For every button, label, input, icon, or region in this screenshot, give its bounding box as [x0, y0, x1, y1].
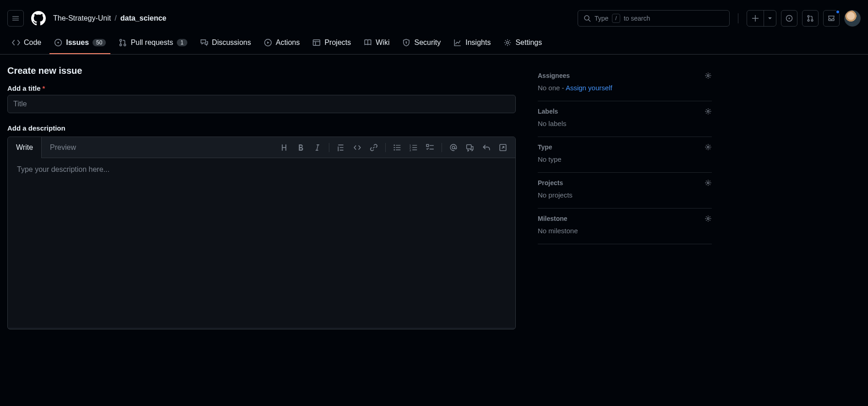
tab-projects[interactable]: Projects [308, 32, 355, 54]
repo-nav: Code Issues 50 Pull requests 1 Discussio… [0, 29, 868, 55]
tab-discussions-label: Discussions [212, 38, 251, 47]
fullscreen-icon [499, 143, 507, 152]
comment-discussion-icon [200, 38, 208, 47]
list-unordered-icon [393, 143, 401, 152]
breadcrumb: The-Strategy-Unit / data_science [53, 14, 166, 22]
write-tab[interactable]: Write [8, 137, 42, 158]
tab-insights[interactable]: Insights [449, 32, 495, 54]
issue-description-textarea[interactable] [8, 158, 515, 328]
notifications-button[interactable] [823, 10, 840, 27]
tab-actions[interactable]: Actions [259, 32, 304, 54]
gear-icon [704, 179, 712, 187]
reply-button[interactable] [479, 140, 494, 155]
type-label: Type [538, 143, 552, 151]
chevron-down-icon [768, 16, 772, 21]
sidebar-type: Type No type [538, 137, 712, 173]
pull-requests-header-button[interactable] [802, 10, 819, 27]
issue-title-input[interactable] [7, 95, 516, 113]
svg-point-5 [811, 20, 813, 22]
git-pull-request-icon [119, 38, 127, 47]
link-button[interactable] [366, 140, 382, 155]
required-asterisk: * [43, 84, 45, 92]
tab-issues-label: Issues [66, 38, 89, 47]
tab-projects-label: Projects [324, 38, 351, 47]
markdown-editor: Write Preview 123 [7, 137, 516, 329]
notification-indicator [835, 10, 840, 14]
svg-point-22 [452, 146, 455, 149]
reply-icon [482, 143, 491, 152]
git-pull-request-icon [807, 15, 814, 22]
gear-icon [503, 38, 512, 47]
labels-value: No labels [538, 120, 712, 127]
ordered-list-button[interactable]: 123 [406, 140, 421, 155]
tab-pulls-label: Pull requests [131, 38, 173, 47]
tab-actions-label: Actions [276, 38, 300, 47]
svg-point-17 [393, 149, 395, 150]
tab-settings[interactable]: Settings [499, 32, 546, 54]
tab-wiki[interactable]: Wiki [359, 32, 394, 54]
svg-point-27 [707, 146, 709, 148]
quote-button[interactable] [333, 140, 349, 155]
github-logo[interactable] [31, 11, 46, 26]
assignees-value: No one - Assign yourself [538, 84, 712, 92]
sidebar-projects: Projects No projects [538, 173, 712, 208]
gear-icon [704, 143, 712, 151]
tab-issues[interactable]: Issues 50 [49, 32, 110, 54]
heading-button[interactable] [277, 140, 292, 155]
tab-insights-label: Insights [465, 38, 491, 47]
tab-security-label: Security [414, 38, 441, 47]
breadcrumb-org[interactable]: The-Strategy-Unit [53, 14, 111, 22]
labels-gear-button[interactable] [704, 108, 712, 115]
cross-reference-button[interactable] [462, 140, 478, 155]
pulls-count-badge: 1 [177, 39, 187, 46]
svg-point-2 [789, 18, 790, 19]
search-input[interactable]: Type / to search [578, 10, 730, 27]
preview-tab[interactable]: Preview [42, 137, 85, 158]
tab-security[interactable]: Security [398, 32, 445, 54]
svg-point-3 [808, 16, 809, 17]
search-prefix: Type [595, 15, 608, 22]
milestone-value: No milestone [538, 227, 712, 235]
svg-point-13 [406, 42, 407, 43]
tab-discussions[interactable]: Discussions [196, 32, 256, 54]
hamburger-menu-button[interactable] [7, 10, 24, 27]
markdown-toolbar: 123 [277, 140, 515, 155]
tab-wiki-label: Wiki [376, 38, 389, 47]
create-new-dropdown[interactable] [747, 10, 776, 27]
issues-header-button[interactable] [781, 10, 797, 27]
projects-gear-button[interactable] [704, 179, 712, 187]
milestone-gear-button[interactable] [704, 215, 712, 222]
type-gear-button[interactable] [704, 143, 712, 151]
svg-point-8 [120, 39, 122, 41]
assignees-gear-button[interactable] [704, 72, 712, 79]
code-button[interactable] [349, 140, 365, 155]
bold-icon [297, 143, 305, 152]
type-value: No type [538, 155, 712, 163]
svg-point-16 [393, 147, 395, 148]
task-list-button[interactable] [422, 140, 438, 155]
bold-button[interactable] [293, 140, 309, 155]
italic-icon [313, 143, 322, 152]
tab-code[interactable]: Code [7, 32, 46, 54]
user-avatar[interactable] [844, 10, 861, 27]
breadcrumb-repo[interactable]: data_science [120, 14, 167, 22]
labels-label: Labels [538, 108, 558, 115]
svg-point-7 [57, 42, 59, 44]
github-mark-icon [31, 11, 46, 26]
sidebar-labels: Labels No labels [538, 101, 712, 137]
gear-icon [704, 108, 712, 115]
fullscreen-button[interactable] [495, 140, 511, 155]
svg-point-28 [707, 182, 709, 184]
issue-opened-icon [54, 38, 62, 47]
description-label: Add a description [7, 124, 516, 132]
unordered-list-button[interactable] [389, 140, 405, 155]
cross-reference-icon [466, 143, 474, 152]
tab-settings-label: Settings [515, 38, 542, 47]
tab-pull-requests[interactable]: Pull requests 1 [114, 32, 191, 54]
mention-button[interactable] [446, 140, 461, 155]
italic-button[interactable] [310, 140, 325, 155]
shield-icon [402, 38, 410, 47]
table-icon [312, 38, 321, 47]
assign-yourself-link[interactable]: Assign yourself [566, 84, 612, 92]
heading-icon [280, 143, 289, 152]
